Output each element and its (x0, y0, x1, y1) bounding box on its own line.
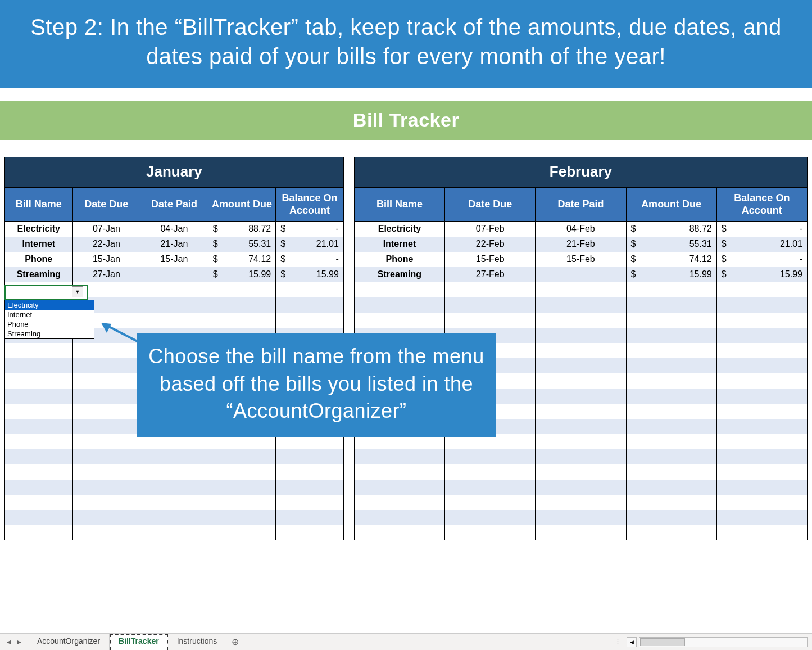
empty-cell[interactable] (354, 464, 444, 480)
dropdown-option[interactable]: Phone (5, 319, 94, 329)
empty-cell[interactable] (5, 449, 73, 464)
empty-cell[interactable] (536, 373, 626, 389)
empty-cell[interactable] (354, 282, 444, 297)
empty-cell[interactable] (536, 449, 626, 464)
cell-balance[interactable]: $15.99 (716, 267, 807, 282)
empty-cell[interactable] (536, 480, 626, 495)
dropdown-option[interactable]: Streaming (5, 329, 94, 338)
empty-cell[interactable] (716, 343, 807, 358)
empty-cell[interactable] (72, 404, 140, 419)
empty-cell[interactable] (140, 510, 208, 525)
cell-date-due[interactable]: 27-Jan (72, 267, 140, 282)
empty-cell[interactable] (208, 480, 276, 495)
empty-cell[interactable] (354, 510, 444, 525)
cell-bill-name[interactable]: Phone (354, 252, 444, 267)
empty-cell[interactable] (626, 328, 716, 343)
cell-bill-name[interactable]: Electricity (354, 222, 444, 237)
empty-cell[interactable] (445, 495, 536, 510)
empty-cell[interactable] (5, 358, 73, 373)
empty-cell[interactable] (445, 313, 536, 328)
empty-cell[interactable] (276, 480, 344, 495)
sheet-tab-accountorganizer[interactable]: AccountOrganizer (28, 634, 110, 650)
empty-cell[interactable] (140, 449, 208, 464)
empty-cell[interactable] (5, 495, 73, 510)
empty-cell[interactable] (445, 510, 536, 525)
empty-cell[interactable] (536, 343, 626, 358)
empty-cell[interactable] (140, 495, 208, 510)
cell-date-due[interactable]: 15-Feb (445, 252, 536, 267)
empty-cell[interactable] (716, 358, 807, 373)
empty-cell[interactable] (72, 419, 140, 434)
empty-cell[interactable] (626, 480, 716, 495)
cell-date-due[interactable]: 15-Jan (72, 252, 140, 267)
cell-amount-due[interactable]: $15.99 (208, 267, 276, 282)
cell-balance[interactable]: $- (276, 222, 344, 237)
empty-cell[interactable] (5, 434, 73, 449)
empty-cell[interactable] (626, 449, 716, 464)
empty-cell[interactable] (354, 449, 444, 464)
empty-cell[interactable] (716, 449, 807, 464)
empty-cell[interactable] (140, 297, 208, 313)
cell-date-due[interactable]: 27-Feb (445, 267, 536, 282)
empty-cell[interactable] (716, 404, 807, 419)
empty-cell[interactable] (536, 419, 626, 434)
empty-cell[interactable] (626, 404, 716, 419)
cell-balance[interactable]: $15.99 (276, 267, 344, 282)
cell-date-paid[interactable]: 04-Jan (140, 222, 208, 237)
cell-balance[interactable]: $- (276, 252, 344, 267)
cell-bill-name[interactable]: Phone (5, 252, 73, 267)
cell-bill-name[interactable]: Streaming (354, 267, 444, 282)
cell-amount-due[interactable]: $88.72 (208, 222, 276, 237)
empty-cell[interactable] (5, 510, 73, 525)
empty-cell[interactable] (72, 495, 140, 510)
empty-cell[interactable] (5, 343, 73, 358)
empty-cell[interactable] (72, 525, 140, 540)
cell-date-due[interactable]: 22-Jan (72, 237, 140, 252)
empty-cell[interactable] (536, 434, 626, 449)
empty-cell[interactable] (536, 328, 626, 343)
cell-balance[interactable]: $- (716, 222, 807, 237)
empty-cell[interactable] (208, 282, 276, 297)
empty-cell[interactable] (716, 510, 807, 525)
empty-cell[interactable] (445, 282, 536, 297)
empty-cell[interactable] (716, 328, 807, 343)
empty-cell[interactable] (716, 389, 807, 404)
empty-cell[interactable] (276, 495, 344, 510)
empty-cell[interactable] (5, 373, 73, 389)
empty-cell[interactable] (354, 480, 444, 495)
empty-cell[interactable] (5, 480, 73, 495)
empty-cell[interactable] (5, 419, 73, 434)
empty-cell[interactable] (536, 313, 626, 328)
empty-cell[interactable] (354, 297, 444, 313)
hscroll-thumb[interactable] (640, 638, 685, 646)
tabs-nav-buttons[interactable]: ◀ ▶ (0, 634, 28, 650)
cell-date-due[interactable]: 22-Feb (445, 237, 536, 252)
empty-cell[interactable] (716, 480, 807, 495)
empty-cell[interactable] (5, 389, 73, 404)
empty-cell[interactable] (445, 449, 536, 464)
empty-cell[interactable] (626, 434, 716, 449)
empty-cell[interactable] (536, 510, 626, 525)
empty-cell[interactable] (5, 404, 73, 419)
empty-cell[interactable] (536, 297, 626, 313)
empty-cell[interactable] (72, 449, 140, 464)
cell-amount-due[interactable]: $74.12 (208, 252, 276, 267)
cell-date-paid[interactable]: 04-Feb (536, 222, 626, 237)
empty-cell[interactable] (276, 525, 344, 540)
cell-amount-due[interactable]: $55.31 (626, 237, 716, 252)
empty-cell[interactable] (716, 313, 807, 328)
empty-cell[interactable] (626, 525, 716, 540)
empty-cell[interactable] (72, 434, 140, 449)
cell-amount-due[interactable]: $15.99 (626, 267, 716, 282)
cell-date-paid[interactable]: 15-Jan (140, 252, 208, 267)
empty-cell[interactable] (140, 480, 208, 495)
empty-cell[interactable] (445, 525, 536, 540)
cell-date-paid[interactable]: 15-Feb (536, 252, 626, 267)
empty-cell[interactable] (140, 282, 208, 297)
sheet-tab-instructions[interactable]: Instructions (168, 634, 227, 650)
empty-cell[interactable] (72, 480, 140, 495)
empty-cell[interactable] (536, 358, 626, 373)
empty-cell[interactable] (536, 389, 626, 404)
cell-amount-due[interactable]: $55.31 (208, 237, 276, 252)
empty-cell[interactable] (276, 297, 344, 313)
